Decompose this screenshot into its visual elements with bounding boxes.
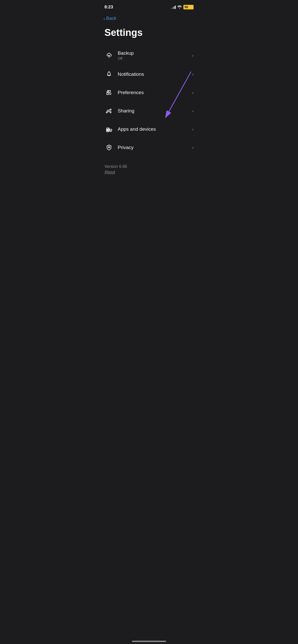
back-navigation: ‹ Back xyxy=(99,13,199,23)
status-bar: 8:23 68 ⚡ xyxy=(99,0,199,13)
backup-sublabel: Off xyxy=(118,56,190,61)
settings-item-sharing[interactable]: Sharing › xyxy=(99,102,199,120)
wifi-icon xyxy=(177,5,182,9)
about-link[interactable]: About xyxy=(104,170,115,174)
settings-item-preferences[interactable]: Preferences › xyxy=(99,83,199,102)
preferences-chevron-icon: › xyxy=(192,90,194,95)
cloud-upload-icon xyxy=(104,51,114,60)
sharing-icon xyxy=(104,106,114,115)
version-section: Version 6.66 About xyxy=(99,157,199,180)
sharing-content: Sharing xyxy=(118,108,190,114)
bell-icon xyxy=(104,70,114,79)
svg-line-8 xyxy=(109,111,110,112)
notifications-label: Notifications xyxy=(118,71,190,77)
page-title: Settings xyxy=(99,23,199,46)
status-icons: 68 ⚡ xyxy=(171,5,194,9)
privacy-label: Privacy xyxy=(118,145,190,150)
back-label: Back xyxy=(106,16,116,21)
backup-chevron-icon: › xyxy=(192,53,194,58)
sharing-chevron-icon: › xyxy=(192,108,194,114)
settings-item-backup[interactable]: Backup Off › xyxy=(99,46,199,65)
apps-devices-icon xyxy=(104,125,114,134)
notifications-content: Notifications xyxy=(118,71,190,77)
settings-item-apps-devices[interactable]: Apps and devices › xyxy=(99,120,199,138)
sharing-label: Sharing xyxy=(118,108,190,114)
signal-icon xyxy=(171,5,176,9)
backup-label: Backup xyxy=(118,50,190,56)
privacy-shield-icon xyxy=(104,143,114,152)
privacy-chevron-icon: › xyxy=(192,145,194,150)
apps-devices-content: Apps and devices xyxy=(118,126,190,132)
backup-content: Backup Off xyxy=(118,50,190,61)
status-time: 8:23 xyxy=(104,5,113,10)
back-button[interactable]: ‹ Back xyxy=(103,15,116,22)
version-text: Version 6.66 xyxy=(104,164,194,169)
preferences-content: Preferences xyxy=(118,90,190,95)
svg-rect-2 xyxy=(107,93,109,95)
settings-item-privacy[interactable]: Privacy › xyxy=(99,138,199,157)
svg-rect-14 xyxy=(108,129,109,130)
preferences-icon xyxy=(104,88,114,97)
svg-rect-13 xyxy=(107,129,108,130)
battery-badge: 68 ⚡ xyxy=(183,5,194,9)
settings-list: Backup Off › Notifications › xyxy=(99,46,199,157)
svg-point-3 xyxy=(109,93,111,95)
notifications-chevron-icon: › xyxy=(192,72,194,77)
apps-devices-label: Apps and devices xyxy=(118,126,190,132)
svg-point-9 xyxy=(106,112,107,113)
apps-devices-chevron-icon: › xyxy=(192,127,194,132)
privacy-content: Privacy xyxy=(118,145,190,150)
preferences-label: Preferences xyxy=(118,90,190,95)
back-chevron-icon: ‹ xyxy=(103,16,105,21)
settings-item-notifications[interactable]: Notifications › xyxy=(99,65,199,83)
svg-line-7 xyxy=(109,110,110,110)
